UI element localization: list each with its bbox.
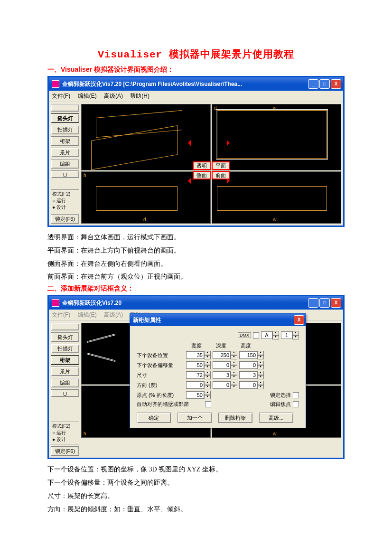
check-lock-sel[interactable] bbox=[293, 392, 299, 398]
label-edit-focus: 编辑焦点 bbox=[270, 401, 291, 408]
row-next-pos: 下个设备位置 ▲▼ ▲▼ ▲▼ bbox=[137, 351, 299, 359]
dialog-close-button[interactable]: X bbox=[294, 315, 304, 325]
label-front: 前面 bbox=[212, 171, 230, 179]
col-height: 高度 bbox=[241, 342, 251, 349]
arrow-icon bbox=[185, 140, 191, 146]
dialog-titlebar[interactable]: 新桁架属性 X bbox=[130, 314, 306, 326]
row-direction: 方向 (度) ▲▼ ▲▼ ▲▼ bbox=[137, 381, 299, 389]
tool-blank-1[interactable] bbox=[51, 323, 79, 330]
menu-edit[interactable]: 编辑(E) bbox=[78, 93, 97, 99]
tool-truss[interactable]: 桁架 bbox=[51, 136, 79, 146]
app-icon bbox=[52, 80, 59, 88]
input-pos-d[interactable]: ▲▼ bbox=[213, 351, 237, 359]
window-visualiser-main: 金鳞郭新跃汉化Vis7.20 [C:\Program Files\Avolite… bbox=[47, 76, 345, 227]
close-button[interactable]: X bbox=[331, 79, 341, 89]
tool-scenery[interactable]: 景片 bbox=[51, 367, 79, 376]
mode-design[interactable]: ● 设计 bbox=[52, 204, 78, 211]
input-dir-h[interactable]: ▲▼ bbox=[239, 381, 264, 389]
tool-moving-head[interactable]: 摇头灯 bbox=[51, 332, 79, 342]
window-title: 金鳞郭新跃汉化Vis7.20 [C:\Program Files\Avolite… bbox=[62, 80, 242, 88]
input-origin[interactable]: ▲▼ bbox=[186, 391, 211, 399]
label-size: 尺寸 bbox=[137, 372, 184, 379]
label-direction: 方向 (度) bbox=[137, 382, 184, 389]
lock-button[interactable]: 锁定(F6) bbox=[51, 214, 79, 224]
tool-scanner[interactable]: 扫描灯 bbox=[51, 344, 79, 353]
menu-file[interactable]: 文件(F) bbox=[52, 93, 70, 99]
titlebar[interactable]: 金鳞郭新跃汉化Vis7.20 [C:\Program Files\Avolite… bbox=[49, 77, 343, 91]
titlebar[interactable]: 金鳞郭新跃汉化Vis7.20 _ □ X bbox=[49, 296, 343, 310]
check-auto-align[interactable] bbox=[205, 401, 211, 407]
viewport-grid: d w h d h w 透明 平面 侧面 bbox=[81, 104, 341, 224]
add-button[interactable]: 加一个 bbox=[177, 413, 212, 423]
input-off-d[interactable]: ▲▼ bbox=[213, 361, 237, 369]
desc-front: 前面界面：在舞台前方（观众位）正视的画面。 bbox=[47, 271, 345, 282]
tool-moving-head[interactable]: 摇头灯 bbox=[51, 113, 79, 123]
view-labels: 透明 平面 侧面 前面 bbox=[193, 161, 230, 179]
input-dir-w[interactable]: ▲▼ bbox=[186, 381, 211, 389]
col-width: 宽度 bbox=[191, 342, 202, 349]
mode-design[interactable]: ● 设计 bbox=[52, 436, 78, 443]
ok-button[interactable]: 确定 bbox=[137, 413, 171, 423]
input-off-w[interactable]: ▲▼ bbox=[186, 361, 211, 369]
universe-select[interactable]: ▲▼ bbox=[261, 331, 279, 339]
tool-panel: 摇头灯 扫描灯 桁架 景片 编组 U 模式(F2) ○ 运行 ● 设计 锁定(F… bbox=[51, 323, 79, 456]
delete-button[interactable]: 删除桁架 bbox=[218, 413, 252, 423]
app-icon bbox=[52, 299, 59, 307]
arrow-icon bbox=[185, 178, 191, 184]
menu-edit: 编辑(E) bbox=[78, 311, 97, 318]
mode-box: 模式(F2) ○ 运行 ● 设计 bbox=[51, 422, 79, 444]
input-pos-w[interactable]: ▲▼ bbox=[186, 351, 211, 359]
mode-box: 模式(F2) ○ 运行 ● 设计 bbox=[51, 189, 79, 212]
maximize-button[interactable]: □ bbox=[319, 298, 330, 308]
maximize-button[interactable]: □ bbox=[319, 79, 330, 89]
viewport-side[interactable]: h d bbox=[81, 171, 211, 224]
tool-truss[interactable]: 桁架 bbox=[51, 355, 79, 365]
menu-help[interactable]: 帮助(H) bbox=[130, 93, 149, 99]
tool-scanner[interactable]: 扫描灯 bbox=[51, 125, 79, 134]
label-offset: 下个设备偏移量 bbox=[137, 362, 184, 369]
dialog-title: 新桁架属性 bbox=[133, 316, 161, 324]
close-button[interactable]: X bbox=[331, 298, 341, 308]
viewport-plan[interactable]: d w bbox=[212, 104, 341, 170]
tool-group[interactable]: 编组 bbox=[51, 378, 79, 387]
mode-header: 模式(F2) bbox=[52, 423, 78, 430]
address-select[interactable]: ▲▼ bbox=[281, 331, 299, 339]
input-size-h[interactable]: ▲▼ bbox=[239, 371, 264, 379]
desc-offset: 下一个设备偏移量：两个设备之间的距离。 bbox=[47, 477, 345, 489]
input-size-d[interactable]: ▲▼ bbox=[213, 371, 237, 379]
desc-plan: 平面界面：在舞台上方向下俯视舞台的画面。 bbox=[47, 245, 345, 256]
label-lock-sel: 锁定选择 bbox=[270, 392, 291, 399]
tool-blank-1[interactable] bbox=[51, 104, 79, 112]
desc-side: 侧面界面：在舞台左侧向右侧看的画面。 bbox=[47, 258, 345, 270]
section1-heading: 一、Visualiser 模拟器设计界面视图介绍： bbox=[47, 66, 345, 74]
minimize-button[interactable]: _ bbox=[308, 79, 318, 89]
row-autoalign: 自动对齐的墙壁或部席 编辑焦点 bbox=[137, 401, 299, 408]
dmx-check[interactable] bbox=[253, 332, 259, 339]
menu-advanced[interactable]: 高级(A) bbox=[104, 93, 123, 99]
minimize-button[interactable]: _ bbox=[308, 298, 318, 308]
desc-size: 尺寸：展架的长宽高。 bbox=[47, 490, 345, 502]
menubar: 文件(F) 编辑(E) 高级(A) 帮助(H) bbox=[49, 91, 343, 102]
mode-header: 模式(F2) bbox=[52, 191, 78, 198]
row-offset: 下个设备偏移量 ▲▼ ▲▼ ▲▼ bbox=[137, 361, 299, 369]
tool-u[interactable]: U bbox=[51, 170, 79, 178]
check-edit-focus[interactable] bbox=[293, 401, 299, 407]
lock-button[interactable]: 锁定(F6) bbox=[51, 446, 79, 456]
tool-group[interactable]: 编组 bbox=[51, 159, 79, 169]
menu-advanced: 高级(A) bbox=[104, 311, 123, 318]
mode-run[interactable]: ○ 运行 bbox=[52, 198, 78, 204]
advanced-button[interactable]: 高级... bbox=[259, 413, 293, 423]
input-dir-d[interactable]: ▲▼ bbox=[213, 381, 237, 389]
desc-transparent: 透明界面：舞台立体画面，运行模式下画面。 bbox=[47, 232, 345, 243]
input-off-h[interactable]: ▲▼ bbox=[239, 361, 264, 369]
input-size-w[interactable]: ▲▼ bbox=[186, 371, 211, 379]
dmx-button[interactable]: DMX bbox=[238, 332, 251, 338]
viewport-perspective[interactable] bbox=[81, 104, 211, 170]
section2-heading: 二、添加新展架对话框含义： bbox=[47, 284, 345, 293]
mode-run[interactable]: ○ 运行 bbox=[52, 430, 78, 436]
input-pos-h[interactable]: ▲▼ bbox=[239, 351, 264, 359]
tool-scenery[interactable]: 景片 bbox=[51, 148, 79, 157]
tool-u[interactable]: U bbox=[51, 389, 79, 397]
label-plan: 平面 bbox=[212, 161, 230, 170]
dialog-new-truss: 新桁架属性 X DMX ▲▼ ▲▼ 宽度 深度 高度 下个设备位置 bbox=[130, 313, 306, 428]
